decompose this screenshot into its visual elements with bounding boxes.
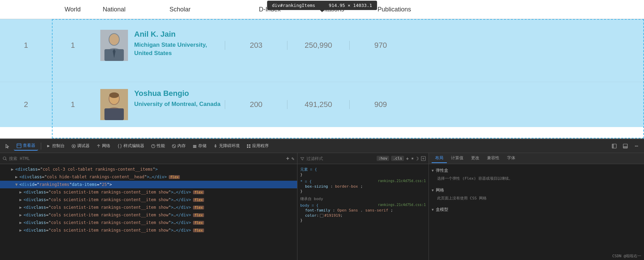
boxmodel-header[interactable]: ▼ 盒模型: [432, 206, 641, 213]
flexbox-section: ▼ 弹性盒 选择一个弹性 (Flex) 容器或项目以继续。: [432, 167, 641, 183]
svg-marker-13: [47, 145, 49, 147]
style-rule-body: body ∷ { rankings.21c4d75d.css:1 font-fa…: [300, 203, 426, 223]
html-search-icon: [3, 156, 7, 161]
dock-bottom-btn[interactable]: [620, 141, 630, 151]
grid-header[interactable]: ▼ 网格: [432, 187, 641, 194]
svg-point-11: [109, 92, 119, 98]
rank-world-1: 1: [0, 41, 52, 50]
layout-content: ▼ 弹性盒 选择一个弹性 (Flex) 容器或项目以继续。 ▼ 网格: [429, 164, 644, 260]
add-rule-btn[interactable]: +: [406, 156, 409, 161]
html-line-0[interactable]: ▶ <div class="col col-3 col-tablet ranki…: [0, 165, 297, 173]
html-line-2[interactable]: ▼ <div id="rankingItems" data-items="25"…: [0, 181, 297, 188]
ranking-area: div#rankingItems 914.95 × 14033.1 World …: [0, 0, 644, 138]
network-label: 网络: [102, 143, 110, 149]
boxmodel-title: 盒模型: [436, 207, 448, 213]
svg-rect-23: [247, 144, 248, 146]
color-swatch: [320, 214, 323, 217]
dark-mode-icon[interactable]: ☽: [416, 156, 419, 161]
performance-label: 性能: [157, 143, 165, 149]
ranking-row-2[interactable]: 2 1 Yoshua Bengio Universit: [0, 82, 644, 127]
html-line-3[interactable]: ▶ <div class="cols scientist-item rankin…: [0, 188, 297, 196]
memory-tab[interactable]: 内存: [169, 142, 188, 150]
accessibility-tab[interactable]: 无障碍环境: [211, 142, 242, 150]
svg-line-32: [6, 159, 7, 160]
html-line-5[interactable]: ▶ <div class="cols scientist-item rankin…: [0, 204, 297, 211]
grid-title: 网格: [436, 187, 444, 193]
tab-fonts[interactable]: 字体: [504, 154, 519, 163]
line-arrow-1: ▶: [15, 174, 19, 179]
style-rule-element: 元素 ∷ { }: [300, 167, 426, 177]
html-line-6[interactable]: ▶ <div class="cols scientist-item rankin…: [0, 211, 297, 219]
html-line-7[interactable]: ▶ <div class="cols scientist-item rankin…: [0, 219, 297, 226]
devtools-toolbar: 查看器 控制台 调试器: [0, 139, 644, 153]
flex-badge-7: flex: [193, 221, 204, 225]
svg-point-22: [215, 144, 216, 145]
scholar-photo-1: [100, 30, 128, 61]
console-tab[interactable]: 控制台: [44, 142, 67, 150]
tab-computed[interactable]: 计算值: [448, 154, 467, 163]
computed-icon[interactable]: [421, 156, 426, 161]
header-world: World: [52, 6, 93, 13]
flex-badge-8: flex: [193, 228, 204, 232]
rank-world-2: 2: [0, 100, 52, 109]
html-search-input[interactable]: [9, 156, 284, 161]
flex-badge-6: flex: [193, 213, 204, 217]
light-mode-icon[interactable]: ☀: [411, 156, 414, 161]
scholar-publications-2: 909: [349, 100, 412, 109]
layout-panel: 布局 计算值 更改 兼容性 字体 ▼ 弹性盒 选择一个弹性 (Flex) 容: [429, 153, 644, 260]
scholar-dindex-2: 200: [225, 100, 287, 109]
header-national: National: [93, 6, 135, 13]
flexbox-body: 选择一个弹性 (Flex) 容器或项目以继续。: [432, 174, 641, 183]
scholar-name-2[interactable]: Yoshua Bengio: [134, 89, 220, 98]
tab-layout[interactable]: 布局: [432, 154, 447, 163]
debugger-tab[interactable]: 调试器: [69, 142, 92, 150]
style-editor-tab[interactable]: {} 样式编辑器: [114, 142, 147, 150]
html-cursor-btn[interactable]: ✎: [292, 156, 294, 161]
styles-content: 元素 ∷ { } * ∷ { rankings.21c4d75d.css:1 b…: [297, 164, 429, 260]
ranking-row-1[interactable]: 1 1: [0, 19, 644, 71]
csdn-badge: CSDN @啦啦右一: [612, 253, 641, 259]
html-line-4[interactable]: ▶ <div class="cols scientist-item rankin…: [0, 196, 297, 204]
tab-compat[interactable]: 兼容性: [484, 154, 503, 163]
scholar-name-1[interactable]: Anil K. Jain: [134, 30, 225, 39]
svg-rect-21: [193, 147, 196, 148]
html-search-bar: + ✎: [0, 153, 297, 164]
flexbox-title: 弹性盒: [436, 168, 448, 173]
dock-left-btn[interactable]: [609, 141, 619, 151]
hov-tag[interactable]: :hov: [377, 156, 389, 161]
svg-rect-25: [247, 146, 248, 148]
memory-label: 内存: [177, 143, 186, 149]
inspector-label: 查看器: [23, 143, 35, 149]
style-filter-input[interactable]: [306, 156, 375, 161]
scholar-info-2: Yoshua Bengio University of Montreal, Ca…: [134, 89, 220, 108]
line-arrow-2: ▼: [15, 182, 19, 187]
scholar-affiliation-1: Michigan State University, United States: [134, 41, 225, 57]
svg-line-18: [173, 145, 175, 147]
more-options-btn[interactable]: ⋯: [632, 141, 641, 151]
rank-national-2: 1: [52, 100, 93, 109]
row-spacer: [0, 71, 644, 82]
scholar-affiliation-2: University of Montreal, Canada: [134, 100, 220, 108]
network-tab[interactable]: 网络: [94, 142, 113, 150]
svg-rect-30: [623, 146, 627, 148]
pointer-tool-btn[interactable]: [3, 141, 12, 151]
inspector-tab[interactable]: 查看器: [14, 141, 38, 151]
inherited-from-label: 继承自 body: [300, 196, 426, 201]
cls-tag[interactable]: .cls: [391, 156, 404, 161]
storage-tab[interactable]: 存储: [190, 142, 209, 150]
svg-rect-12: [17, 144, 21, 148]
flex-badge-1: flex: [169, 175, 180, 179]
html-line-1[interactable]: ▶ <div class="cols hide-tablet rankings-…: [0, 173, 297, 181]
flex-badge-4: flex: [193, 198, 204, 202]
performance-tab[interactable]: 性能: [148, 142, 168, 150]
html-add-btn[interactable]: +: [286, 155, 289, 162]
tab-changes[interactable]: 更改: [468, 154, 483, 163]
svg-rect-26: [249, 146, 250, 148]
svg-rect-19: [193, 145, 196, 146]
svg-point-15: [73, 145, 74, 147]
grid-arrow: ▼: [432, 188, 434, 192]
html-line-8[interactable]: ▶ <div class="cols scientist-item rankin…: [0, 226, 297, 234]
style-rule-universal: * ∷ { rankings.21c4d75d.css:1 box-sizing…: [300, 179, 426, 194]
flexbox-header[interactable]: ▼ 弹性盒: [432, 167, 641, 174]
application-tab[interactable]: 应用程序: [244, 142, 272, 150]
